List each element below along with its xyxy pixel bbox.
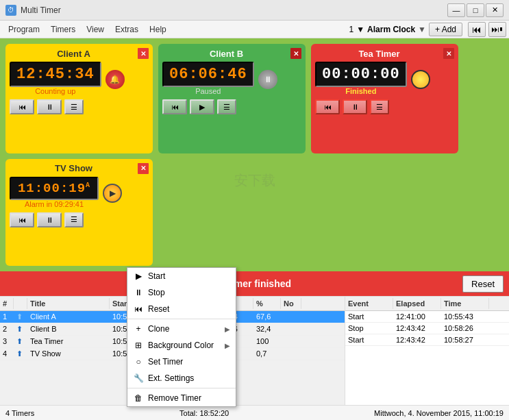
menu-bar: Program Timers View Extras Help 1 ▼ Alar… xyxy=(0,21,509,38)
row2-title: Client B xyxy=(27,323,110,335)
rr1-elapsed: 12:41:00 xyxy=(393,311,441,322)
timer-tea-alarm-btn[interactable] xyxy=(411,70,430,89)
timer-tv-alarm-text: Alarm in 09:29:41 xyxy=(10,200,99,210)
row4-num: 4 xyxy=(0,348,14,360)
window-title: Multi Timer xyxy=(21,5,447,15)
menu-program[interactable]: Program xyxy=(3,23,45,36)
skip-back-button[interactable]: ⏮ xyxy=(468,22,486,37)
cm-reset-label: Reset xyxy=(148,304,230,314)
timer-client-a-pause[interactable]: ⏸ xyxy=(37,99,62,114)
timer-tea-display: 00:00:00 xyxy=(315,62,407,87)
menu-help[interactable]: Help xyxy=(144,23,172,36)
timer-tv-menu[interactable]: ☰ xyxy=(64,212,84,227)
timer-tea-controls: ⏮ ⏸ ☰ xyxy=(315,99,454,114)
cm-clone[interactable]: + Clone ▶ xyxy=(127,321,236,337)
timer-tv-play-btn[interactable]: ▶ xyxy=(103,184,122,203)
context-menu: ▶ Start ⏸ Stop ⏮ Reset + Clone ▶ ⊞ Backg… xyxy=(127,267,236,407)
row3-pct: 100 xyxy=(253,336,281,347)
timer-client-b-title: Client B xyxy=(162,49,290,59)
col-title: Title xyxy=(27,298,110,309)
cm-set-timer[interactable]: ○ Set Timer xyxy=(127,354,236,370)
title-bar: ⏱ Multi Timer — □ ✕ xyxy=(0,0,509,21)
cm-start[interactable]: ▶ Start xyxy=(127,268,236,284)
timer-tv-rewind[interactable]: ⏮ xyxy=(10,212,34,227)
right-row: Start 12:41:00 10:55:43 xyxy=(345,311,509,323)
timer-client-a-alarm-btn[interactable]: 🔔 xyxy=(105,70,125,89)
row2-arrow: ⬆ xyxy=(14,323,27,335)
menu-timers[interactable]: Timers xyxy=(45,23,81,36)
timer-client-b-rewind[interactable]: ⏮ xyxy=(162,99,187,114)
cm-bg-color-label: Background Color xyxy=(148,341,221,350)
timer-tv-pause[interactable]: ⏸ xyxy=(37,212,62,227)
rh-elapsed: Elapsed xyxy=(393,298,441,309)
close-button[interactable]: ✕ xyxy=(486,3,504,17)
rr2-time: 10:58:26 xyxy=(441,323,489,334)
timer-client-a-status: Counting up xyxy=(10,87,101,97)
rr1-event: Start xyxy=(345,311,393,322)
rr3-event: Start xyxy=(345,334,393,345)
clone-arrow-icon: ▶ xyxy=(225,325,230,333)
row2-no xyxy=(281,323,301,335)
timer-client-a: Client A ✕ 12:45:34 Counting up 🔔 ⏮ ⏸ ☰ xyxy=(5,44,153,153)
timer-tea-pause[interactable]: ⏸ xyxy=(343,99,367,114)
reset-icon: ⏮ xyxy=(133,304,144,314)
row2-num: 2 xyxy=(0,323,14,335)
alarm-dropdown-icon[interactable]: ▼ xyxy=(356,25,364,34)
cm-reset[interactable]: ⏮ Reset xyxy=(127,301,236,317)
cm-sep1 xyxy=(127,319,236,319)
timer-client-a-display: 12:45:34 xyxy=(10,62,101,87)
row3-e1 xyxy=(301,336,345,347)
cm-bg-color[interactable]: ⊞ Background Color ▶ xyxy=(127,337,236,354)
alarm-number: 1 xyxy=(349,25,353,34)
cm-stop-label: Stop xyxy=(148,288,230,297)
rr1-time: 10:55:43 xyxy=(441,311,489,322)
cm-ext-settings-label: Ext. Settings xyxy=(148,373,230,383)
row1-no xyxy=(281,311,301,323)
minimize-button[interactable]: — xyxy=(447,3,465,17)
cm-stop[interactable]: ⏸ Stop xyxy=(127,284,236,301)
remove-icon: 🗑 xyxy=(133,393,144,404)
timer-client-a-rewind[interactable]: ⏮ xyxy=(10,99,34,114)
timer-tea-rewind[interactable]: ⏮ xyxy=(315,99,340,114)
right-panel: Event Elapsed Time Start 12:41:00 10:55:… xyxy=(345,297,509,420)
timer-tv-controls: ⏮ ⏸ ☰ xyxy=(10,212,149,227)
row3-arrow: ⬆ xyxy=(14,336,27,347)
row2-e1 xyxy=(301,323,345,335)
timer-client-a-menu[interactable]: ☰ xyxy=(64,99,84,114)
timer-client-b-menu[interactable]: ☰ xyxy=(217,99,236,114)
cm-remove[interactable]: 🗑 Remove Timer xyxy=(127,390,236,406)
clone-icon: + xyxy=(133,323,144,334)
timer-tea-close[interactable]: ✕ xyxy=(443,48,454,59)
right-row: Stop 12:43:42 10:58:26 xyxy=(345,323,509,334)
menu-view[interactable]: View xyxy=(81,23,110,36)
bg-color-arrow-icon: ▶ xyxy=(225,342,230,349)
timer-client-a-close[interactable]: ✕ xyxy=(138,48,149,59)
start-icon: ▶ xyxy=(133,271,144,282)
app-icon: ⏱ xyxy=(5,5,16,16)
timer-tv-close[interactable]: ✕ xyxy=(138,163,149,174)
timer-tea-title: Tea Timer xyxy=(315,49,443,59)
timer-client-b-status: Paused xyxy=(162,87,254,97)
bottom-section: # Title Start Stop Total % No 1 ⬆ Client… xyxy=(0,296,509,420)
reset-button[interactable]: Reset xyxy=(462,275,504,293)
alarm-settings-btn[interactable]: ▼ xyxy=(418,25,426,34)
timer-client-b-close[interactable]: ✕ xyxy=(290,48,301,59)
timer-tv-show: TV Show ✕ 11:00:19A Alarm in 09:29:41 ▶ … xyxy=(5,159,153,267)
row4-pct: 0,7 xyxy=(253,348,281,360)
play-pause-button[interactable]: ⏭▮ xyxy=(488,22,506,37)
timer-client-b-pause-btn[interactable]: ⏸ xyxy=(258,70,277,89)
row3-no xyxy=(281,336,301,347)
timer-client-b-play[interactable]: ▶ xyxy=(190,99,214,114)
total-time: Total: 18:52:20 xyxy=(179,409,229,417)
cm-sep2 xyxy=(127,388,236,388)
maximize-button[interactable]: □ xyxy=(467,3,484,17)
add-timer-button[interactable]: + Add xyxy=(429,23,462,36)
rr3-time: 10:58:27 xyxy=(441,334,489,345)
rh-event: Event xyxy=(345,298,393,309)
rh-time: Time xyxy=(441,298,489,309)
row1-pct: 67,6 xyxy=(253,311,281,323)
row1-num: 1 xyxy=(0,311,14,323)
timer-tea-menu[interactable]: ☰ xyxy=(370,99,389,114)
cm-ext-settings[interactable]: 🔧 Ext. Settings xyxy=(127,370,236,386)
menu-extras[interactable]: Extras xyxy=(110,23,144,36)
